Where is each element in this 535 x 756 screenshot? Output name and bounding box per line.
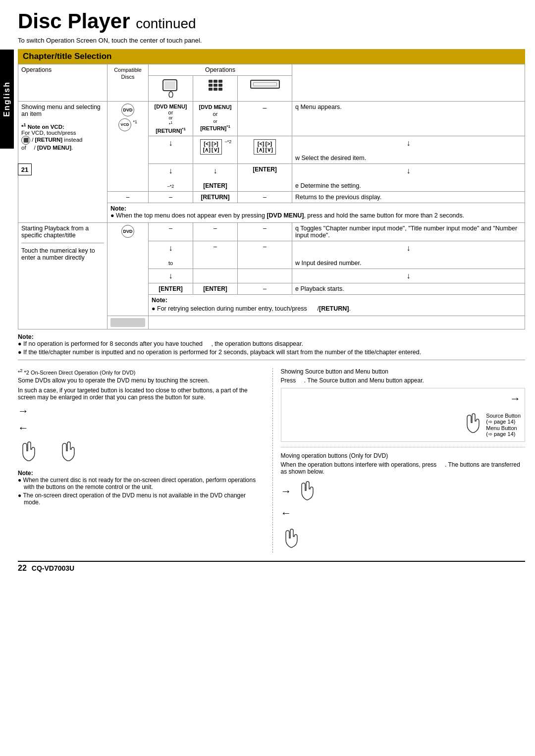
row2-result2: ↓ w Input desired number.: [292, 241, 525, 269]
row2-result3-arrow: ↓: [292, 269, 525, 283]
result-col-header: [292, 64, 525, 102]
row2-dvd-icon: DVD: [121, 225, 134, 238]
return-touch: –: [149, 192, 193, 203]
row2-unit-blank: [238, 269, 292, 283]
return-compat: –: [107, 192, 149, 203]
enter-result: ↓ e Determine the setting.: [292, 164, 525, 192]
bottom-right-col: Showing Source button and Menu button Pr…: [272, 368, 526, 553]
image-placeholder: [110, 318, 145, 327]
page-number: 21: [21, 166, 28, 173]
row2-compat-bottom: [107, 316, 149, 329]
bottom-left-col: *2 *2 On-Screen Direct Operation (Only f…: [18, 368, 263, 553]
row2-empty: [149, 316, 525, 329]
model-number: CQ-VD7003U: [32, 564, 74, 572]
enter-remote: ↓ [ENTER]: [193, 164, 238, 192]
row2-note-cell: Note: For retrying selection during numb…: [149, 294, 525, 316]
subtitle-text: To switch Operation Screen ON, touch the…: [18, 37, 525, 44]
source-diagram: → Source Button (➾ page 14) Menu Button …: [281, 388, 526, 442]
moving-arrow-left: ←: [281, 507, 292, 520]
row2-unit-arrow: –: [238, 241, 292, 269]
bottom-section: *2 *2 On-Screen Direct Operation (Only f…: [18, 368, 525, 553]
note-bottom1: When the current disc is not ready for t…: [24, 477, 263, 490]
dvd-disc-icon: DVD: [121, 104, 134, 116]
enter-unit: [ENTER]: [238, 164, 292, 192]
menu-button-label: Menu Button: [486, 425, 521, 431]
english-label: English: [2, 81, 11, 117]
svg-point-2: [169, 92, 173, 98]
note-bottom2: The on-screen direct operation of the DV…: [24, 492, 263, 506]
note-cell: Note: When the top menu does not appear …: [107, 203, 525, 223]
arrow-unit-1: [<][>] [∧][∨]: [238, 136, 292, 163]
dotted-divider: [281, 447, 526, 447]
touch-screen-icon: [162, 78, 180, 98]
row2-op2: Touch the numerical key to enter a numbe…: [21, 247, 104, 261]
unit-col-header: [238, 76, 292, 102]
moving-ops-body: When the operation buttons interfere wit…: [281, 461, 526, 475]
button-labels: Source Button (➾ page 14) Menu Button (➾…: [486, 413, 521, 437]
row2-touch-arrow2: ↓: [149, 269, 193, 283]
row2-note-body: For retrying selection during number ent…: [158, 305, 522, 312]
row2-note-title: Note:: [152, 297, 522, 304]
ops-group-header: Operations: [149, 64, 292, 76]
table-row: Showing menu and selecting an item *1 No…: [18, 102, 525, 136]
row2-operation-cell: Starting Playback from a specific chapte…: [18, 223, 107, 329]
continued-label: continued: [136, 16, 196, 31]
row2-enter-touch: [ENTER]: [149, 283, 193, 294]
enter-touch: ↓ –*2: [149, 164, 193, 192]
moving-ops-title: Moving operation buttons (Only for DVD): [281, 452, 526, 459]
source-page-ref: (➾ page 14): [486, 419, 521, 425]
row1-remote-dvdmenu: [DVD MENU] or or [RETURN]*1: [193, 102, 238, 136]
operations-col-header: Operations: [18, 64, 107, 102]
return-remote: [RETURN]: [193, 192, 238, 203]
diagram-arrow-right: →: [18, 405, 263, 418]
remote-col-header: [193, 76, 238, 102]
row1-note-body: For VCD, touch/press ⬛ / [RETURN] instea…: [21, 130, 104, 151]
row2-remote-toggle: –: [193, 223, 238, 241]
row1-operation-text: Showing menu and selecting an item: [21, 104, 104, 117]
row2-remote-arrow: –: [193, 241, 238, 269]
footer-page-number: 22: [18, 564, 27, 573]
note-section: Note: If no operation is performed for 8…: [18, 333, 525, 356]
moving-arrow-right: →: [281, 485, 292, 498]
row2-touch-toggle: –: [149, 223, 193, 241]
row1-compat: DVD VCD *1: [107, 102, 149, 192]
showing-source-title: Showing Source button and Menu button: [281, 368, 526, 375]
row2-result3: e Playback starts.: [292, 283, 525, 294]
page-footer: 22 CQ-VD7003U: [18, 561, 525, 573]
row2-compat: DVD: [107, 223, 149, 316]
arrow-remote-1: [<][>] [∧][∨] –*2: [193, 136, 238, 163]
row1-operation-cell: Showing menu and selecting an item *1 No…: [18, 102, 107, 223]
footnote2-body1: Some DVDs allow you to operate the DVD m…: [18, 377, 263, 384]
row2-unit-toggle: –: [238, 223, 292, 241]
diagram-arrow-left: ←: [18, 422, 263, 434]
unit-icon: [250, 80, 280, 89]
return-unit: –: [238, 192, 292, 203]
operations-table: Operations Compatible Discs Operations: [18, 64, 525, 329]
row2-result1: q Toggles "Chapter number input mode", "…: [292, 223, 525, 241]
note1: If no operation is performed for 8 secon…: [24, 340, 525, 347]
footnote2-title: *2 *2 On-Screen Direct Operation (Only f…: [18, 368, 263, 376]
showing-source-body: Press . The Source button and Menu butto…: [281, 377, 526, 384]
row1-note-title: *1 Note on VCD:: [21, 122, 104, 130]
english-tab: English: [0, 50, 14, 149]
row1-unit: –: [238, 102, 292, 136]
nav-arrows-right: [<][>] [∧][∨]: [254, 139, 276, 155]
hand-icon-left: [18, 438, 38, 466]
note2: If the title/chapter number is inputted …: [24, 349, 525, 356]
note-title: Note:: [110, 205, 522, 212]
main-separator: [18, 360, 525, 360]
row2-op1: Starting Playback from a specific chapte…: [21, 225, 104, 239]
row2-touch-arrow: ↓ to: [149, 241, 193, 269]
section-header: Chapter/title Selection: [18, 49, 525, 64]
row1-touch-dvdmenu: [DVD MENU] or or *1 [RETURN]*1: [149, 102, 193, 136]
source-button-label: Source Button: [486, 413, 521, 419]
source-hand-icon: [462, 410, 482, 437]
footnote2-body2: In such a case, if your targeted button …: [18, 387, 263, 401]
page-title: Disc Player continued: [18, 10, 525, 33]
moving-hand-bottom: [281, 527, 301, 551]
svg-rect-1: [164, 81, 175, 89]
vcd-disc-icon: VCD: [118, 118, 131, 131]
menu-page-ref: (➾ page 14): [486, 431, 521, 437]
note-topmenu: When the top menu does not appear even b…: [116, 212, 522, 219]
compatible-col-header: Compatible Discs: [107, 64, 149, 102]
